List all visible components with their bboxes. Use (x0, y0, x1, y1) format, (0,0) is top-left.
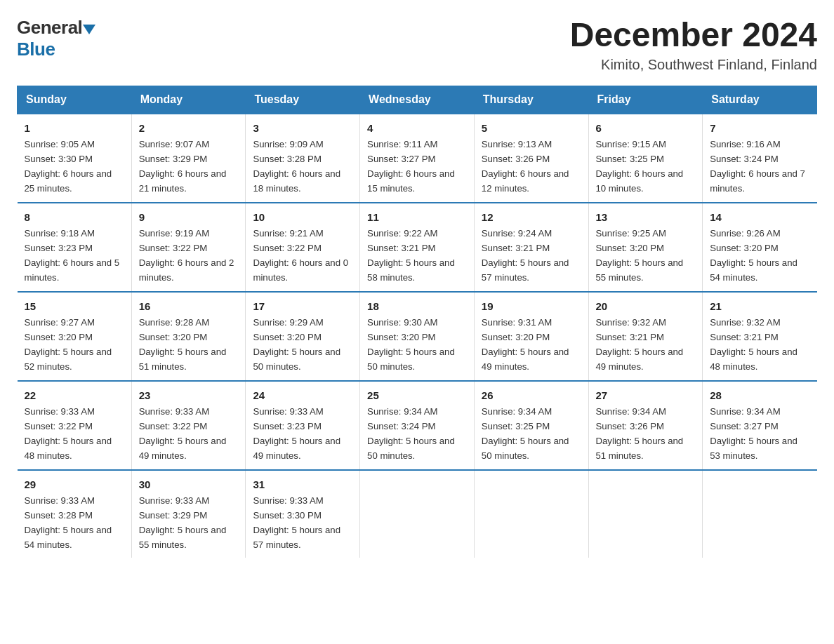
day-info: Sunrise: 9:33 AMSunset: 3:23 PMDaylight:… (253, 406, 340, 461)
day-number: 11 (367, 209, 467, 225)
day-number: 12 (482, 209, 581, 225)
table-row: 15 Sunrise: 9:27 AMSunset: 3:20 PMDaylig… (18, 292, 132, 381)
day-number: 22 (25, 387, 124, 403)
calendar-table: Sunday Monday Tuesday Wednesday Thursday… (17, 86, 817, 558)
table-row: 30 Sunrise: 9:33 AMSunset: 3:29 PMDaylig… (131, 470, 246, 558)
day-info: Sunrise: 9:11 AMSunset: 3:27 PMDaylight:… (367, 139, 455, 194)
header-sunday: Sunday (18, 86, 132, 114)
table-row: 20 Sunrise: 9:32 AMSunset: 3:21 PMDaylig… (588, 292, 703, 381)
day-info: Sunrise: 9:33 AMSunset: 3:30 PMDaylight:… (253, 495, 340, 550)
day-info: Sunrise: 9:18 AMSunset: 3:23 PMDaylight:… (25, 228, 120, 283)
day-info: Sunrise: 9:24 AMSunset: 3:21 PMDaylight:… (482, 228, 569, 283)
day-info: Sunrise: 9:34 AMSunset: 3:25 PMDaylight:… (482, 406, 569, 461)
table-row: 22 Sunrise: 9:33 AMSunset: 3:22 PMDaylig… (18, 381, 132, 470)
table-row: 26 Sunrise: 9:34 AMSunset: 3:25 PMDaylig… (474, 381, 588, 470)
day-info: Sunrise: 9:33 AMSunset: 3:28 PMDaylight:… (25, 495, 112, 550)
page-subtitle: Kimito, Southwest Finland, Finland (570, 57, 817, 73)
table-row (360, 470, 475, 558)
day-number: 23 (139, 387, 239, 403)
logo: General Blue (17, 17, 95, 60)
table-row: 6 Sunrise: 9:15 AMSunset: 3:25 PMDayligh… (588, 114, 703, 203)
table-row: 3 Sunrise: 9:09 AMSunset: 3:28 PMDayligh… (246, 114, 360, 203)
day-number: 14 (710, 209, 809, 225)
day-info: Sunrise: 9:27 AMSunset: 3:20 PMDaylight:… (25, 317, 112, 372)
logo-text-general: General (17, 17, 82, 39)
day-info: Sunrise: 9:05 AMSunset: 3:30 PMDaylight:… (25, 139, 112, 194)
table-row: 31 Sunrise: 9:33 AMSunset: 3:30 PMDaylig… (246, 470, 360, 558)
day-number: 6 (596, 120, 696, 136)
svg-marker-0 (83, 25, 95, 34)
table-row: 8 Sunrise: 9:18 AMSunset: 3:23 PMDayligh… (18, 203, 132, 292)
day-number: 5 (482, 120, 581, 136)
day-info: Sunrise: 9:30 AMSunset: 3:20 PMDaylight:… (367, 317, 455, 372)
day-info: Sunrise: 9:15 AMSunset: 3:25 PMDaylight:… (596, 139, 684, 194)
day-info: Sunrise: 9:07 AMSunset: 3:29 PMDaylight:… (139, 139, 227, 194)
day-info: Sunrise: 9:22 AMSunset: 3:21 PMDaylight:… (367, 228, 455, 283)
day-number: 1 (25, 120, 124, 136)
day-info: Sunrise: 9:09 AMSunset: 3:28 PMDaylight:… (253, 139, 340, 194)
day-info: Sunrise: 9:33 AMSunset: 3:22 PMDaylight:… (25, 406, 112, 461)
day-number: 8 (25, 209, 124, 225)
table-row (703, 470, 817, 558)
calendar-week-row: 29 Sunrise: 9:33 AMSunset: 3:28 PMDaylig… (18, 470, 817, 558)
page-title: December 2024 (570, 17, 817, 54)
day-info: Sunrise: 9:32 AMSunset: 3:21 PMDaylight:… (596, 317, 684, 372)
logo-triangle-icon (83, 22, 95, 34)
day-info: Sunrise: 9:21 AMSunset: 3:22 PMDaylight:… (253, 228, 348, 283)
day-info: Sunrise: 9:34 AMSunset: 3:24 PMDaylight:… (367, 406, 455, 461)
day-number: 10 (253, 209, 352, 225)
day-number: 31 (253, 476, 352, 492)
day-number: 21 (710, 298, 809, 314)
table-row: 4 Sunrise: 9:11 AMSunset: 3:27 PMDayligh… (360, 114, 475, 203)
day-info: Sunrise: 9:34 AMSunset: 3:26 PMDaylight:… (596, 406, 684, 461)
day-number: 19 (482, 298, 581, 314)
calendar-week-row: 8 Sunrise: 9:18 AMSunset: 3:23 PMDayligh… (18, 203, 817, 292)
day-number: 24 (253, 387, 352, 403)
day-info: Sunrise: 9:25 AMSunset: 3:20 PMDaylight:… (596, 228, 684, 283)
day-info: Sunrise: 9:32 AMSunset: 3:21 PMDaylight:… (710, 317, 797, 372)
day-number: 27 (596, 387, 696, 403)
day-number: 30 (139, 476, 239, 492)
table-row: 7 Sunrise: 9:16 AMSunset: 3:24 PMDayligh… (703, 114, 817, 203)
table-row (474, 470, 588, 558)
day-number: 13 (596, 209, 696, 225)
day-number: 3 (253, 120, 352, 136)
header-saturday: Saturday (703, 86, 817, 114)
title-block: December 2024 Kimito, Southwest Finland,… (570, 17, 817, 73)
table-row: 16 Sunrise: 9:28 AMSunset: 3:20 PMDaylig… (131, 292, 246, 381)
day-info: Sunrise: 9:13 AMSunset: 3:26 PMDaylight:… (482, 139, 569, 194)
day-number: 20 (596, 298, 696, 314)
table-row: 18 Sunrise: 9:30 AMSunset: 3:20 PMDaylig… (360, 292, 475, 381)
table-row: 24 Sunrise: 9:33 AMSunset: 3:23 PMDaylig… (246, 381, 360, 470)
header-wednesday: Wednesday (360, 86, 475, 114)
table-row: 5 Sunrise: 9:13 AMSunset: 3:26 PMDayligh… (474, 114, 588, 203)
day-number: 4 (367, 120, 467, 136)
day-info: Sunrise: 9:34 AMSunset: 3:27 PMDaylight:… (710, 406, 797, 461)
header-tuesday: Tuesday (246, 86, 360, 114)
table-row: 23 Sunrise: 9:33 AMSunset: 3:22 PMDaylig… (131, 381, 246, 470)
table-row: 17 Sunrise: 9:29 AMSunset: 3:20 PMDaylig… (246, 292, 360, 381)
day-info: Sunrise: 9:28 AMSunset: 3:20 PMDaylight:… (139, 317, 227, 372)
day-info: Sunrise: 9:33 AMSunset: 3:29 PMDaylight:… (139, 495, 227, 550)
day-number: 17 (253, 298, 352, 314)
calendar-week-row: 1 Sunrise: 9:05 AMSunset: 3:30 PMDayligh… (18, 114, 817, 203)
day-info: Sunrise: 9:16 AMSunset: 3:24 PMDaylight:… (710, 139, 805, 194)
day-info: Sunrise: 9:33 AMSunset: 3:22 PMDaylight:… (139, 406, 227, 461)
day-number: 26 (482, 387, 581, 403)
day-info: Sunrise: 9:26 AMSunset: 3:20 PMDaylight:… (710, 228, 797, 283)
page-header: General Blue December 2024 Kimito, South… (17, 17, 817, 73)
day-info: Sunrise: 9:31 AMSunset: 3:20 PMDaylight:… (482, 317, 569, 372)
day-number: 25 (367, 387, 467, 403)
table-row: 14 Sunrise: 9:26 AMSunset: 3:20 PMDaylig… (703, 203, 817, 292)
day-info: Sunrise: 9:29 AMSunset: 3:20 PMDaylight:… (253, 317, 340, 372)
logo-text-blue: Blue (17, 39, 55, 60)
table-row (588, 470, 703, 558)
calendar-week-row: 22 Sunrise: 9:33 AMSunset: 3:22 PMDaylig… (18, 381, 817, 470)
day-number: 2 (139, 120, 239, 136)
calendar-week-row: 15 Sunrise: 9:27 AMSunset: 3:20 PMDaylig… (18, 292, 817, 381)
day-number: 9 (139, 209, 239, 225)
table-row: 19 Sunrise: 9:31 AMSunset: 3:20 PMDaylig… (474, 292, 588, 381)
day-number: 7 (710, 120, 809, 136)
table-row: 11 Sunrise: 9:22 AMSunset: 3:21 PMDaylig… (360, 203, 475, 292)
table-row: 12 Sunrise: 9:24 AMSunset: 3:21 PMDaylig… (474, 203, 588, 292)
